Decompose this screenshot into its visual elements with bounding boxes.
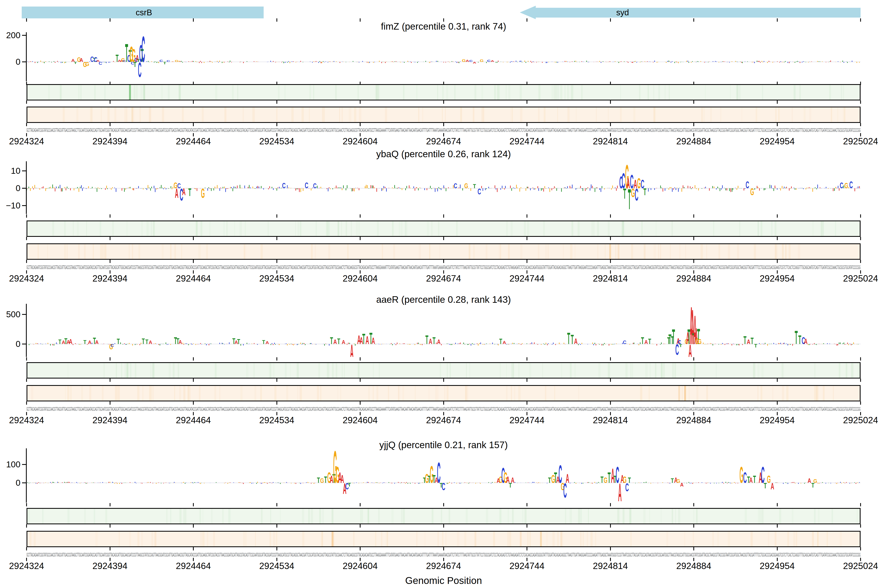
noise-bar [769,61,769,62]
accessibility-strip-orange-fimZ-texture [418,107,420,122]
noise-bar [721,188,722,190]
noise-bar [410,483,411,484]
accessibility-strip-orange-ybaQ-texture [785,244,786,259]
noise-bar [785,61,786,62]
noise-bar [124,483,125,483]
noise-bar [66,483,66,483]
noise-bar [738,344,738,345]
noise-bar [207,188,208,191]
x-tick-label: 2924814 [593,136,628,146]
noise-bar [240,188,241,188]
noise-bar [480,343,481,344]
noise-bar [198,62,198,62]
noise-bar [800,62,800,63]
noise-bar [405,188,406,190]
noise-bar [346,62,346,62]
accessibility-strip-orange-yjjQ-texture [787,532,789,546]
noise-bar [670,62,671,63]
noise-bar [753,62,754,62]
noise-bar [154,186,154,188]
conservation-strip-green-fimZ-tick [276,100,277,104]
noise-bar [186,343,186,344]
noise-bar [388,482,389,483]
logo-letter-C: C [141,32,145,70]
noise-bar [64,62,65,63]
accessibility-strip-orange-yjjQ-texture [530,532,531,546]
conservation-strip-green-ybaQ-texture [392,221,394,236]
accessibility-strip-orange-aaeR-texture [506,386,507,400]
noise-bar [273,344,273,345]
logo-letter-T: T [473,183,476,190]
noise-bar [554,62,555,62]
noise-bar [317,186,318,189]
accessibility-strip-orange-fimZ-texture [202,107,204,122]
noise-bar [642,62,643,62]
noise-bar [60,185,60,189]
logo-axis-tick [276,214,277,218]
accessibility-strip-orange-fimZ-texture [720,107,722,122]
noise-bar [219,343,220,344]
noise-bar [396,188,396,188]
conservation-strip-green-fimZ-texture [403,85,405,100]
gene-track-tick [360,18,360,22]
noise-bar [779,343,780,344]
accessibility-strip-orange-aaeR-texture [115,386,117,400]
noise-bar [315,344,315,344]
noise-bar [130,187,130,189]
noise-bar [673,188,674,190]
conservation-strip-green-ybaQ [27,220,861,237]
noise-bar [621,61,621,62]
noise-bar [229,483,230,483]
noise-bar [534,188,534,190]
logo-letter-G: G [462,58,466,63]
accessibility-strip-orange-aaeR-texture [67,386,69,400]
conservation-strip-green-ybaQ-texture [506,221,508,236]
noise-bar [164,187,165,188]
noise-bar [129,343,129,344]
noise-bar [501,62,501,62]
noise-bar [151,61,152,62]
noise-bar [540,188,540,189]
noise-bar [698,62,699,62]
sequence-strip-yjjQ-tick [193,558,194,561]
noise-bar [624,62,625,62]
conservation-strip-green-yjjQ-texture [228,509,231,524]
noise-bar [462,188,463,190]
noise-bar [352,483,353,483]
noise-bar [356,62,357,62]
conservation-strip-green-aaeR-tick [276,378,277,382]
conservation-strip-green-fimZ-texture [232,85,234,100]
accessibility-strip-orange-aaeR-texture [649,386,650,400]
conservation-strip-green-fimZ-texture [653,85,654,100]
noise-bar [645,61,645,62]
noise-bar [754,188,755,190]
noise-bar [531,342,532,344]
noise-bar [547,62,548,63]
noise-bar [660,186,661,189]
accessibility-strip-orange-fimZ-signal-line [544,107,546,122]
conservation-strip-green-aaeR-texture [253,363,255,378]
accessibility-strip-orange-yjjQ-texture [464,532,466,546]
accessibility-strip-orange-yjjQ-texture [213,532,215,546]
noise-bar [286,344,286,344]
noise-bar [458,188,458,189]
noise-bar [183,343,183,344]
noise-bar [305,344,305,345]
conservation-strip-green-yjjQ-texture [779,509,782,524]
noise-bar [665,62,665,62]
noise-bar [831,188,831,189]
noise-bar [744,188,744,190]
noise-bar [570,62,570,62]
svg-text:GCTTACAGAATCGGTATGCCAACGTTAGCA: GCTTACAGAATCGGTATGCCAACGTTAGCATTGACCGTAA… [27,406,861,412]
noise-bar [536,483,537,483]
conservation-strip-green-ybaQ-signal-line [196,221,198,236]
x-tick-label: 2924534 [259,561,294,571]
accessibility-strip-orange-fimZ-texture [538,107,540,122]
logo-letter-A: A [747,338,750,345]
conservation-strip-green-ybaQ-texture [578,221,580,236]
noise-bar [292,344,292,345]
noise-bar [33,483,33,483]
accessibility-strip-orange-ybaQ-texture [574,244,576,259]
noise-bar [278,188,278,188]
noise-bar [741,188,742,189]
